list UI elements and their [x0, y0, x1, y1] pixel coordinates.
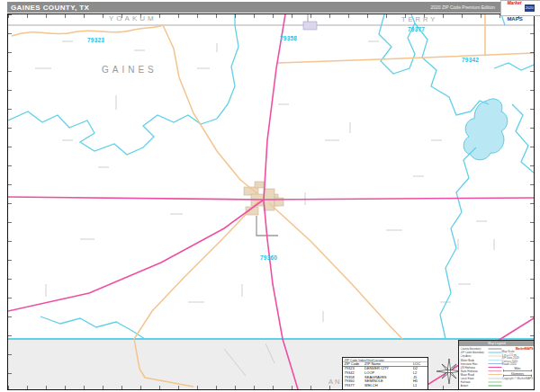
grid-ticks-left: [8, 14, 12, 389]
cell-code: 79377: [343, 383, 364, 388]
info-line: Roads 2020: [502, 363, 534, 367]
title-bar: GAINES COUNTY, TX 2020 ZIP Code Premium …: [7, 2, 533, 13]
zip-boundaries: [8, 14, 534, 339]
zip-index-table: ZIP Code Index/Grid Locator ZIP Code ZIP…: [342, 357, 428, 390]
zip-label-79377: 79377: [408, 26, 425, 32]
legend-item: Airport: [461, 384, 502, 388]
map-canvas: YOAKUM TERRY GAINES ANDREWS 79323 79358 …: [7, 13, 535, 390]
swatch: [489, 374, 502, 375]
county-label-gaines: GAINES: [102, 65, 158, 75]
city-areas: [244, 22, 317, 215]
neighbor-county-yoakum: YOAKUM: [109, 14, 157, 22]
lake: [464, 99, 508, 160]
seagraves-city-area: [303, 22, 317, 30]
cell-name: WELCH: [364, 383, 412, 388]
zip-label-79360: 79360: [260, 254, 277, 261]
zip-label-79358: 79358: [280, 35, 297, 41]
scale-bar-km: Kilometers: [502, 372, 534, 376]
grid-ticks-top: [8, 14, 534, 18]
legend-items: County Boundary ZIP Code Boundary City A…: [461, 347, 502, 388]
logo-mark: Market MAPS: [507, 0, 522, 24]
grid-ticks-right: [530, 14, 534, 389]
brand-logo: Market MAPS 2020: [500, 0, 540, 16]
swatch: [489, 360, 502, 361]
swatch: [489, 381, 502, 382]
copyright: Copyright © MarketMAPS: [502, 377, 534, 379]
page-title: GAINES COUNTY, TX: [7, 4, 89, 12]
legend-info: MarketMAPS Map Scale 1 in = 2.5 mi ZIP D…: [502, 347, 534, 388]
swatch: [489, 363, 502, 364]
zip-label-79342: 79342: [462, 57, 479, 63]
map-artwork: [8, 14, 534, 389]
neighbor-county-terry: TERRY: [401, 15, 437, 23]
swatch: [489, 367, 502, 368]
map-page: GAINES COUNTY, TX 2020 ZIP Code Premium …: [0, 0, 540, 392]
map-legend: Map Legend County Boundary ZIP Code Boun…: [458, 340, 535, 390]
logo-badge: 2020: [525, 4, 535, 12]
table-row: 79377 WELCH L1: [343, 383, 428, 388]
swatch: [489, 385, 502, 386]
edition-label: 2020 ZIP Code Premium Edition: [430, 4, 495, 10]
scale-bar-miles: Miles: [502, 368, 534, 371]
swatch: [489, 370, 502, 371]
swatch: [489, 378, 502, 379]
swatch: [489, 356, 502, 357]
cell-loc: L1: [411, 383, 428, 388]
swatch: [489, 349, 502, 350]
zip-label-79323: 79323: [87, 37, 104, 43]
swatch: [489, 352, 502, 353]
